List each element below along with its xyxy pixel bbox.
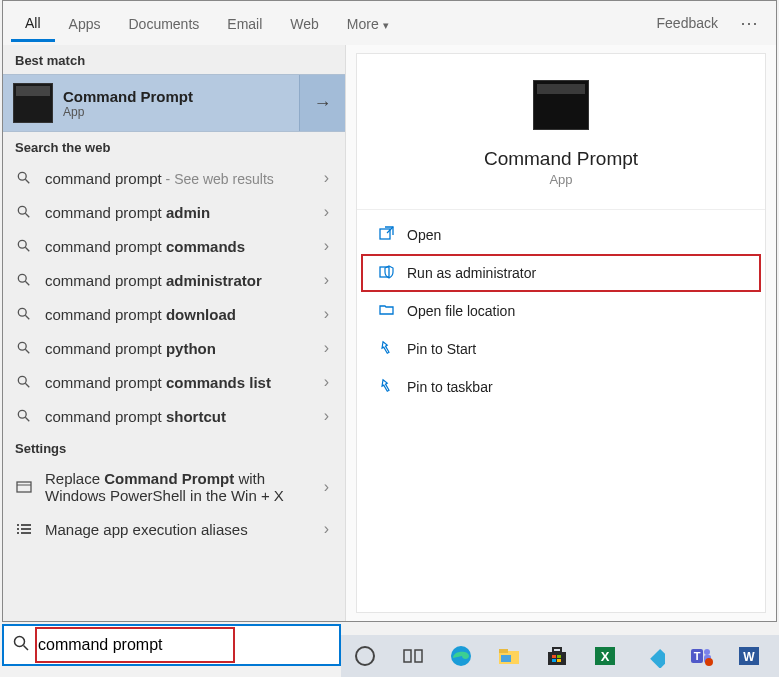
action-folder[interactable]: Open file location <box>361 292 761 330</box>
chevron-right-icon: › <box>320 271 333 289</box>
search-icon <box>15 409 33 423</box>
web-result[interactable]: command prompt - See web results› <box>3 161 345 195</box>
web-result[interactable]: command prompt shortcut› <box>3 399 345 433</box>
admin-icon <box>375 264 397 282</box>
feedback-link[interactable]: Feedback <box>645 5 730 41</box>
action-pin-taskbar[interactable]: Pin to taskbar <box>361 368 761 406</box>
svg-text:T: T <box>694 650 701 662</box>
svg-rect-24 <box>380 229 390 239</box>
svg-rect-39 <box>557 655 561 658</box>
web-result[interactable]: command prompt python› <box>3 331 345 365</box>
action-admin[interactable]: Run as administrator <box>361 254 761 292</box>
tab-apps[interactable]: Apps <box>55 6 115 40</box>
taskbar-word[interactable]: W <box>725 635 773 677</box>
action-label: Pin to taskbar <box>397 379 493 395</box>
action-label: Run as administrator <box>397 265 536 281</box>
svg-point-4 <box>18 240 26 248</box>
svg-rect-35 <box>501 655 511 662</box>
web-result[interactable]: command prompt admin› <box>3 195 345 229</box>
svg-rect-36 <box>548 652 566 665</box>
chevron-right-icon: › <box>320 305 333 323</box>
action-open[interactable]: Open <box>361 216 761 254</box>
svg-point-6 <box>18 274 26 282</box>
svg-point-27 <box>15 637 25 647</box>
svg-rect-44 <box>650 649 665 668</box>
result-text: command prompt admin <box>33 204 320 221</box>
action-label: Pin to Start <box>397 341 476 357</box>
svg-rect-37 <box>553 648 561 652</box>
command-prompt-icon <box>533 80 589 130</box>
taskbar-store[interactable] <box>533 635 581 677</box>
tab-web[interactable]: Web <box>276 6 333 40</box>
svg-rect-31 <box>415 650 422 662</box>
start-search-panel: All Apps Documents Email Web More Feedba… <box>2 0 777 622</box>
chevron-right-icon: › <box>320 339 333 357</box>
folder-icon <box>375 302 397 320</box>
section-best-match: Best match <box>3 45 345 74</box>
svg-point-0 <box>18 172 26 180</box>
svg-point-49 <box>705 658 713 666</box>
settings-result[interactable]: Replace Command Prompt with Windows Powe… <box>3 462 345 512</box>
detail-card: Command Prompt App OpenRun as administra… <box>356 53 766 613</box>
action-label: Open file location <box>397 303 515 319</box>
taskbar-excel[interactable]: X <box>581 635 629 677</box>
pin-start-icon <box>375 340 397 358</box>
svg-point-12 <box>18 376 26 384</box>
chevron-right-icon: › <box>320 373 333 391</box>
svg-line-13 <box>25 383 29 387</box>
svg-point-10 <box>18 342 26 350</box>
svg-point-8 <box>18 308 26 316</box>
search-icon <box>15 375 33 389</box>
taskbar-task-view[interactable] <box>389 635 437 677</box>
svg-line-11 <box>25 349 29 353</box>
web-result[interactable]: command prompt administrator› <box>3 263 345 297</box>
svg-line-5 <box>25 247 29 251</box>
detail-title: Command Prompt <box>357 148 765 170</box>
section-search-web: Search the web <box>3 132 345 161</box>
taskbar-teams[interactable]: T <box>677 635 725 677</box>
taskbar-kodi[interactable] <box>629 635 677 677</box>
svg-text:W: W <box>743 650 755 664</box>
search-icon <box>15 239 33 253</box>
expand-arrow-button[interactable]: → <box>299 75 345 131</box>
search-box[interactable] <box>2 624 341 666</box>
open-icon <box>375 226 397 244</box>
chevron-right-icon: › <box>320 237 333 255</box>
search-input[interactable] <box>38 626 339 664</box>
tab-all[interactable]: All <box>11 5 55 42</box>
result-text: command prompt shortcut <box>33 408 320 425</box>
web-result[interactable]: command prompt commands› <box>3 229 345 263</box>
results-column: Best match Command Prompt App → Search t… <box>3 45 345 621</box>
search-icon <box>15 205 33 219</box>
svg-line-9 <box>25 315 29 319</box>
result-text: command prompt download <box>33 306 320 323</box>
web-result[interactable]: command prompt download› <box>3 297 345 331</box>
svg-line-15 <box>25 417 29 421</box>
tab-more[interactable]: More <box>333 6 403 40</box>
tab-email[interactable]: Email <box>213 6 276 40</box>
section-settings: Settings <box>3 433 345 462</box>
search-icon <box>15 307 33 321</box>
taskbar-cortana[interactable] <box>341 635 389 677</box>
taskbar: X T W <box>341 635 779 677</box>
settings-item-icon <box>15 481 33 493</box>
search-icon <box>15 273 33 287</box>
chevron-right-icon: › <box>320 520 333 538</box>
result-text: command prompt - See web results <box>33 170 320 187</box>
tab-documents[interactable]: Documents <box>114 6 213 40</box>
search-tabs: All Apps Documents Email Web More Feedba… <box>3 1 776 45</box>
result-text: command prompt commands list <box>33 374 320 391</box>
svg-point-2 <box>18 206 26 214</box>
more-options-button[interactable]: ⋯ <box>730 12 768 34</box>
best-match-result[interactable]: Command Prompt App → <box>3 74 345 132</box>
action-pin-start[interactable]: Pin to Start <box>361 330 761 368</box>
taskbar-edge[interactable] <box>437 635 485 677</box>
settings-result[interactable]: Manage app execution aliases› <box>3 512 345 546</box>
web-result[interactable]: command prompt commands list› <box>3 365 345 399</box>
search-icon <box>4 635 38 655</box>
svg-rect-30 <box>404 650 411 662</box>
taskbar-file-explorer[interactable] <box>485 635 533 677</box>
svg-point-14 <box>18 410 26 418</box>
svg-text:X: X <box>601 649 610 664</box>
svg-rect-38 <box>552 655 556 658</box>
